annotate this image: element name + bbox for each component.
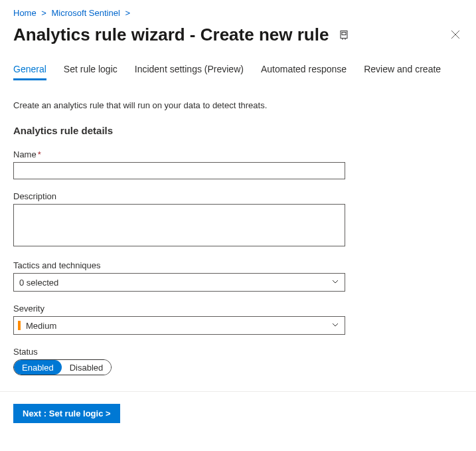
breadcrumb: Home > Microsoft Sentinel > <box>13 8 463 18</box>
name-label: Name* <box>13 149 463 159</box>
tabs: General Set rule logic Incident settings… <box>13 64 463 80</box>
status-disabled-option[interactable]: Disabled <box>62 360 112 375</box>
tactics-label: Tactics and techniques <box>13 260 463 270</box>
severity-select[interactable]: Medium <box>13 316 345 335</box>
description-label: Description <box>13 191 463 201</box>
severity-label: Severity <box>13 304 463 314</box>
tab-review-create[interactable]: Review and create <box>364 64 441 80</box>
page-title: Analytics rule wizard - Create new rule <box>13 25 329 45</box>
status-toggle[interactable]: Enabled Disabled <box>13 359 112 375</box>
chevron-down-icon <box>331 278 339 288</box>
description-input[interactable] <box>13 204 345 246</box>
severity-color-bar <box>18 321 21 330</box>
tab-incident-settings[interactable]: Incident settings (Preview) <box>135 64 244 80</box>
tactics-selected-text: 0 selected <box>19 278 58 288</box>
status-enabled-option[interactable]: Enabled <box>14 360 62 375</box>
tab-general[interactable]: General <box>13 64 46 80</box>
required-asterisk: * <box>38 149 41 159</box>
breadcrumb-sep: > <box>41 8 46 18</box>
close-icon[interactable] <box>448 27 463 44</box>
chevron-down-icon <box>331 321 339 331</box>
breadcrumb-sentinel[interactable]: Microsoft Sentinel <box>52 8 120 18</box>
footer-divider <box>0 391 476 392</box>
tab-set-rule-logic[interactable]: Set rule logic <box>64 64 118 80</box>
breadcrumb-sep: > <box>125 8 130 18</box>
tactics-select[interactable]: 0 selected <box>13 273 345 292</box>
svg-rect-1 <box>342 32 346 35</box>
severity-value: Medium <box>26 321 56 331</box>
status-label: Status <box>13 347 463 357</box>
breadcrumb-home[interactable]: Home <box>13 8 37 18</box>
name-input[interactable] <box>13 162 345 179</box>
next-button[interactable]: Next : Set rule logic > <box>13 404 120 423</box>
pin-icon[interactable] <box>338 29 350 41</box>
tab-automated-response[interactable]: Automated response <box>261 64 347 80</box>
intro-text: Create an analytics rule that will run o… <box>13 100 463 110</box>
section-title: Analytics rule details <box>13 125 463 136</box>
